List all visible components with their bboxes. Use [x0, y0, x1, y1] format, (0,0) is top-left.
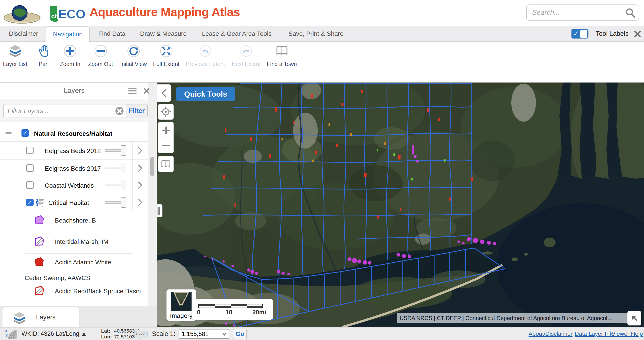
about-disclaimer-link[interactable]: About/Disclaimer: [528, 328, 572, 340]
tab-navigation[interactable]: Navigation: [46, 26, 90, 42]
svg-text:X: X: [5, 329, 8, 333]
tab-find-data[interactable]: Find Data: [93, 26, 131, 42]
tab-lease-gear[interactable]: Lease & Gear Area Tools: [197, 26, 276, 42]
svg-text:Y: Y: [5, 334, 8, 338]
status-bar: X Y WKID: 4326 Lat/Long ▲ Lat:40.56583° …: [0, 327, 644, 340]
plus-circle-icon: [63, 44, 77, 58]
layers-tab-icon: [12, 311, 27, 325]
initial-view-button[interactable]: Initial View: [120, 44, 148, 67]
search-input[interactable]: [532, 6, 622, 19]
tab-draw-measure[interactable]: Draw & Measure: [136, 26, 190, 42]
chevron-right-icon[interactable]: [138, 199, 142, 206]
data-layer-info-link[interactable]: Data Layer Info: [575, 328, 614, 340]
layer-row-critical-habitat[interactable]: ✓ Critical Habitat: [0, 194, 148, 211]
quick-tools-button[interactable]: Quick Tools: [176, 87, 235, 101]
go-button[interactable]: Go: [233, 329, 247, 339]
map-attribution: USDA NRCS | CT DEEP | Connecticut Depart…: [397, 313, 636, 323]
panel-collapse-button[interactable]: [157, 84, 172, 102]
chevron-down-icon: [222, 332, 226, 336]
layer-checkbox[interactable]: [26, 181, 34, 189]
layer-row-eelgrass-2012[interactable]: Eelgrass Beds 2012: [0, 141, 148, 160]
map-canvas[interactable]: [157, 82, 644, 327]
tab-save-print-share[interactable]: Save, Print & Share: [282, 26, 350, 42]
layers-tab-label: Layers: [36, 314, 56, 321]
locate-button[interactable]: [158, 104, 174, 120]
layer-checkbox[interactable]: [26, 164, 34, 172]
layer-group-row[interactable]: ✓ Natural Resources/Habitat: [0, 125, 148, 142]
panel-close-icon[interactable]: [143, 87, 150, 94]
attribution-expand-button[interactable]: [628, 311, 641, 326]
panel-resize-handle[interactable]: [157, 204, 162, 217]
layer-checkbox[interactable]: ✓: [26, 199, 34, 206]
layer-row-eelgrass-2017[interactable]: Eelgrass Beds 2017: [0, 159, 148, 177]
layer-list-icon: [8, 44, 22, 58]
wkid-selector[interactable]: WKID: 4326 Lat/Long ▲: [22, 328, 87, 340]
layer-checkbox[interactable]: [26, 147, 34, 154]
search-icon[interactable]: [625, 7, 636, 18]
search-box[interactable]: [526, 4, 639, 20]
cteco-eco-text: ECO: [58, 7, 85, 21]
map-view[interactable]: Quick Tools: [157, 82, 644, 327]
zoom-out-button[interactable]: Zoom Out: [88, 44, 114, 67]
toggle-knob: [580, 30, 587, 38]
arrow-up-left-icon: [631, 315, 638, 322]
legend-row-beachshore: Beachshore, B: [0, 211, 148, 233]
layer-row-coastal-wetlands[interactable]: Coastal Wetlands: [0, 177, 148, 194]
group-checkbox[interactable]: ✓: [22, 129, 29, 137]
zoom-in-button[interactable]: Zoom In: [58, 44, 82, 67]
page-title: Aquaculture Mapping Atlas: [90, 5, 240, 19]
transparency-slider[interactable]: [105, 197, 127, 208]
tab-disclaimer[interactable]: Disclaimer: [4, 26, 42, 42]
tool-labels-toggle[interactable]: ✓: [571, 29, 588, 39]
chevron-right-icon[interactable]: [138, 147, 142, 154]
panel-menu-icon[interactable]: [128, 87, 136, 94]
panel-scrollbar[interactable]: [150, 157, 154, 176]
layer-list-button[interactable]: Layer List: [2, 44, 28, 67]
layers-panel-title: Layers: [0, 87, 148, 95]
scale-tick-20: 20mi: [252, 309, 266, 316]
chevron-right-icon[interactable]: [138, 181, 142, 189]
layers-minimized-tab[interactable]: Layers: [2, 307, 79, 329]
list-partial-row: [17, 122, 148, 125]
close-icon[interactable]: [634, 30, 641, 37]
block-island: [544, 238, 556, 247]
legend-row-spruce-basin: Acidic Red/Black Spruce Basin: [0, 281, 148, 306]
pan-button[interactable]: Pan: [34, 44, 53, 67]
navigation-toolbar: Layer List Pan Zoom In Zoom Out: [0, 42, 644, 82]
transparency-slider[interactable]: [105, 145, 127, 156]
filter-clear-icon[interactable]: [115, 106, 124, 115]
chevron-right-icon[interactable]: [138, 164, 142, 172]
bookmarks-button[interactable]: [158, 156, 174, 172]
group-label: Natural Resources/Habitat: [34, 130, 112, 137]
next-extent-button: Next Extent: [229, 44, 263, 67]
tab-bar: Disclaimer Navigation Find Data Draw & M…: [0, 26, 644, 42]
legend-swatch-purple-fill: [35, 215, 44, 225]
initial-view-icon: [127, 44, 140, 58]
map-zoom-in-button[interactable]: [162, 126, 170, 135]
minus-circle-icon: [94, 44, 108, 58]
basemap-thumbnail: [171, 292, 192, 311]
transparency-slider[interactable]: [105, 180, 127, 190]
locate-icon: [160, 106, 171, 117]
transparency-slider[interactable]: [105, 163, 127, 173]
scale-dropdown[interactable]: 1,155,581: [178, 329, 229, 339]
cteco-ct-text: ct: [51, 13, 57, 20]
layer-list: ✓ Natural Resources/Habitat Eelgrass Bed…: [0, 122, 148, 306]
collapse-group-icon[interactable]: [5, 132, 12, 134]
scale-bar: 0 10 20mi: [192, 299, 273, 320]
viewer-help-link[interactable]: Viewer Help: [612, 328, 643, 340]
coordinate-system-icon[interactable]: X Y: [5, 328, 18, 340]
full-extent-button[interactable]: Full Extent: [153, 44, 180, 67]
map-zoom-out-button[interactable]: [162, 141, 170, 150]
scale-icon: 1:500: [134, 330, 146, 338]
scale-value: 1,155,581: [182, 331, 208, 337]
filter-layers-input[interactable]: [7, 105, 104, 117]
oyster-globe-logo: [2, 3, 42, 24]
tool-labels-label: Tool Labels: [596, 30, 628, 37]
find-a-town-button[interactable]: Find a Town: [267, 44, 297, 67]
scale-bar-graphic: [198, 304, 263, 308]
open-book-icon: [160, 159, 171, 170]
narragansett-bays: [557, 82, 622, 179]
chevron-left-icon: [161, 89, 166, 97]
filter-button[interactable]: Filter: [126, 104, 147, 117]
